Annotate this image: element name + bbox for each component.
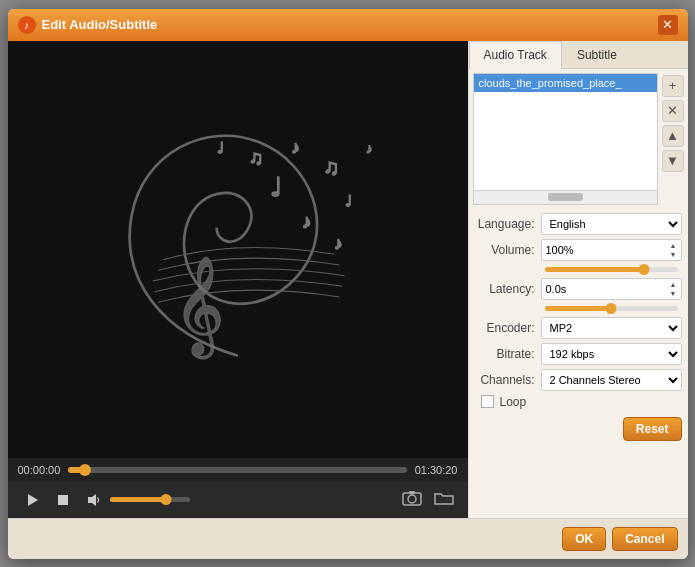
stop-button[interactable] xyxy=(54,491,72,509)
volume-slider-track[interactable] xyxy=(545,267,678,272)
tabs: Audio Track Subtitle xyxy=(469,41,688,69)
svg-text:♩: ♩ xyxy=(270,173,282,202)
edit-audio-subtitle-dialog: ♪ Edit Audio/Subtitle ✕ 𝄞 xyxy=(8,9,688,559)
tab-subtitle[interactable]: Subtitle xyxy=(562,41,632,68)
reset-btn-area: Reset xyxy=(469,413,688,443)
latency-label: Latency: xyxy=(475,282,535,296)
svg-text:♩: ♩ xyxy=(344,193,351,209)
volume-slider-fill xyxy=(545,267,645,272)
music-visualization: 𝄞 ♩ ♪ ♫ ♪ ♩ ♫ ♪ ♩ ♪ xyxy=(78,89,398,409)
title-bar-left: ♪ Edit Audio/Subtitle xyxy=(18,16,158,34)
latency-spinbox[interactable]: 0.0s ▲ ▼ xyxy=(541,278,682,300)
folder-button[interactable] xyxy=(434,490,454,510)
volume-label: Volume: xyxy=(475,243,535,257)
track-list-area: clouds_the_promised_place_ + ✕ ▲ ▼ xyxy=(469,69,688,209)
volume-spinbox[interactable]: 100% ▲ ▼ xyxy=(541,239,682,261)
time-current: 00:00:00 xyxy=(18,464,61,476)
svg-rect-15 xyxy=(409,491,415,494)
title-bar: ♪ Edit Audio/Subtitle ✕ xyxy=(8,9,688,41)
play-button[interactable] xyxy=(22,490,42,510)
app-icon: ♪ xyxy=(18,16,36,34)
loop-row: Loop xyxy=(475,395,682,409)
svg-marker-12 xyxy=(88,494,96,506)
ok-button[interactable]: OK xyxy=(562,527,606,551)
volume-track[interactable] xyxy=(110,497,190,502)
close-button[interactable]: ✕ xyxy=(658,15,678,35)
volume-up-arrow[interactable]: ▲ xyxy=(670,241,677,250)
svg-text:♫: ♫ xyxy=(248,147,262,168)
loop-checkbox[interactable] xyxy=(481,395,494,408)
svg-point-14 xyxy=(408,495,416,503)
volume-icon[interactable] xyxy=(84,490,104,510)
svg-marker-10 xyxy=(28,494,38,506)
scrollbar-thumb xyxy=(548,193,583,201)
cancel-button[interactable]: Cancel xyxy=(612,527,677,551)
dialog-title: Edit Audio/Subtitle xyxy=(42,17,158,32)
channels-label: Channels: xyxy=(475,373,535,387)
horizontal-scrollbar[interactable] xyxy=(473,191,658,205)
main-content: 𝄞 ♩ ♪ ♫ ♪ ♩ ♫ ♪ ♩ ♪ xyxy=(8,41,688,518)
bottom-bar: OK Cancel xyxy=(8,518,688,559)
svg-text:♪: ♪ xyxy=(334,234,343,253)
remove-track-button[interactable]: ✕ xyxy=(662,100,684,122)
svg-text:♪: ♪ xyxy=(365,142,371,156)
track-item[interactable]: clouds_the_promised_place_ xyxy=(474,74,657,92)
volume-slider-thumb xyxy=(639,264,650,275)
volume-arrows[interactable]: ▲ ▼ xyxy=(670,241,677,259)
latency-slider-track[interactable] xyxy=(545,306,678,311)
add-track-button[interactable]: + xyxy=(662,75,684,97)
progress-bar-area: 00:00:00 01:30:20 xyxy=(8,458,468,482)
bitrate-label: Bitrate: xyxy=(475,347,535,361)
volume-fill xyxy=(110,497,166,502)
bitrate-row: Bitrate: 192 kbps xyxy=(475,343,682,365)
language-label: Language: xyxy=(475,217,535,231)
svg-text:♪: ♪ xyxy=(291,138,300,157)
time-total: 01:30:20 xyxy=(415,464,458,476)
progress-track[interactable] xyxy=(68,467,406,473)
volume-slider-row xyxy=(475,265,682,274)
reset-button[interactable]: Reset xyxy=(623,417,682,441)
language-select[interactable]: English xyxy=(541,213,682,235)
screenshot-button[interactable] xyxy=(402,490,422,510)
right-panel: Audio Track Subtitle clouds_the_promised… xyxy=(468,41,688,518)
latency-slider-row xyxy=(475,304,682,313)
encoder-select[interactable]: MP2 xyxy=(541,317,682,339)
latency-row: Latency: 0.0s ▲ ▼ xyxy=(475,278,682,300)
controls-bar xyxy=(8,482,468,518)
move-down-button[interactable]: ▼ xyxy=(662,150,684,172)
track-list: clouds_the_promised_place_ xyxy=(473,73,658,191)
track-side-buttons: + ✕ ▲ ▼ xyxy=(662,73,684,205)
progress-thumb xyxy=(79,464,91,476)
channels-row: Channels: 2 Channels Stereo xyxy=(475,369,682,391)
encoder-row: Encoder: MP2 xyxy=(475,317,682,339)
svg-rect-11 xyxy=(58,495,68,505)
volume-thumb xyxy=(160,494,171,505)
encoder-label: Encoder: xyxy=(475,321,535,335)
latency-slider-fill xyxy=(545,306,612,311)
move-up-button[interactable]: ▲ xyxy=(662,125,684,147)
loop-label: Loop xyxy=(500,395,527,409)
svg-text:♪: ♪ xyxy=(302,211,312,232)
language-row: Language: English xyxy=(475,213,682,235)
latency-slider-thumb xyxy=(606,303,617,314)
channels-select[interactable]: 2 Channels Stereo xyxy=(541,369,682,391)
volume-row: Volume: 100% ▲ ▼ xyxy=(475,239,682,261)
volume-value: 100% xyxy=(546,244,574,256)
svg-text:♫: ♫ xyxy=(323,155,339,179)
settings-area: Language: English Volume: 100% ▲ ▼ xyxy=(469,209,688,413)
latency-value: 0.0s xyxy=(546,283,567,295)
latency-arrows[interactable]: ▲ ▼ xyxy=(670,280,677,298)
volume-area xyxy=(84,490,190,510)
tab-audio-track[interactable]: Audio Track xyxy=(469,41,562,69)
video-area: 𝄞 ♩ ♪ ♫ ♪ ♩ ♫ ♪ ♩ ♪ xyxy=(8,41,468,458)
volume-down-arrow[interactable]: ▼ xyxy=(670,250,677,259)
latency-up-arrow[interactable]: ▲ xyxy=(670,280,677,289)
video-panel: 𝄞 ♩ ♪ ♫ ♪ ♩ ♫ ♪ ♩ ♪ xyxy=(8,41,468,518)
latency-down-arrow[interactable]: ▼ xyxy=(670,289,677,298)
svg-text:♩: ♩ xyxy=(216,140,223,156)
bitrate-select[interactable]: 192 kbps xyxy=(541,343,682,365)
track-list-wrapper: clouds_the_promised_place_ xyxy=(473,73,658,205)
